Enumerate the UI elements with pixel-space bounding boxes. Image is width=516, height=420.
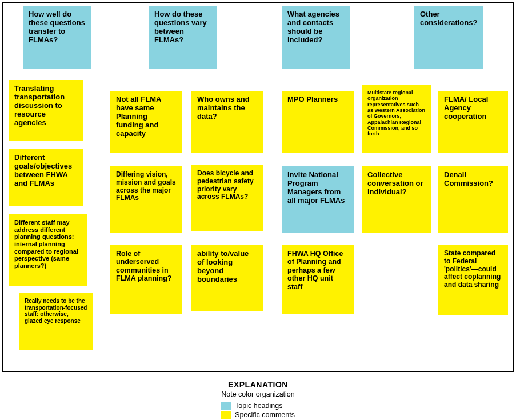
note-text: Other considerations? [420, 10, 477, 27]
comment-note[interactable]: Different goals/objectives between FHWA … [9, 149, 83, 206]
legend-label-topic: Topic headings [235, 402, 282, 410]
legend: EXPLANATION Note color organization Topi… [2, 380, 514, 420]
note-text: Multistate regional organization represe… [367, 90, 426, 137]
note-text: Invite National Program Managers from al… [287, 171, 348, 205]
note-text: What agencies and contacts should be inc… [287, 10, 345, 45]
note-text: How do these questions vary between FLMA… [154, 10, 211, 45]
legend-title: EXPLANATION [2, 380, 514, 389]
note-text: Role of underserved communities in FLMA … [116, 250, 177, 283]
comment-note[interactable]: ability to/value of looking beyond bound… [191, 245, 263, 311]
sticky-board: How well do these questions transfer to … [2, 2, 514, 372]
comment-note[interactable]: Denali Commission? [438, 166, 508, 233]
note-text: Who owns and maintains the data? [197, 95, 258, 121]
note-text: MPO Planners [287, 95, 338, 104]
comment-note[interactable]: Really needs to be the transportation-fo… [19, 293, 93, 350]
note-text: Collective conversation or individual? [367, 171, 426, 197]
comment-note[interactable]: FHWA HQ Office of Planning and perhaps a… [282, 245, 354, 314]
note-text: Not all FLMA have same Planning funding … [116, 95, 177, 138]
note-text: Different staff may address different pl… [14, 219, 82, 269]
swatch-topic [221, 402, 231, 410]
legend-label-comment: Specific comments [235, 411, 295, 419]
note-text: Differing vision, mission and goals acro… [116, 171, 177, 202]
note-text: FLMA/ Local Agency cooperation [444, 95, 502, 121]
comment-note[interactable]: Role of underserved communities in FLMA … [110, 245, 182, 314]
comment-note[interactable]: Not all FLMA have same Planning funding … [110, 91, 182, 153]
note-text: How well do these questions transfer to … [29, 10, 86, 45]
comment-note[interactable]: FLMA/ Local Agency cooperation [438, 91, 508, 153]
comment-note[interactable]: Different staff may address different pl… [9, 214, 87, 286]
legend-items: Topic headings Specific comments [221, 401, 295, 419]
comment-note[interactable]: Does bicycle and pedestrian safety prior… [191, 165, 263, 231]
legend-row-comment: Specific comments [221, 411, 295, 419]
note-text: Translating transportation discussion to… [14, 85, 77, 127]
note-text: FHWA HQ Office of Planning and perhaps a… [287, 250, 348, 291]
swatch-comment [221, 411, 231, 419]
note-text: Does bicycle and pedestrian safety prior… [197, 170, 258, 201]
comment-note[interactable]: Multistate regional organization represe… [362, 85, 431, 153]
topic-note[interactable]: How do these questions vary between FLMA… [149, 6, 217, 69]
topic-note[interactable]: How well do these questions transfer to … [23, 6, 91, 69]
comment-note[interactable]: Collective conversation or individual? [362, 166, 431, 233]
comment-note[interactable]: State compared to Federal 'politics'—cou… [438, 245, 508, 315]
note-text: State compared to Federal 'politics'—cou… [444, 250, 502, 289]
note-text: Denali Commission? [444, 171, 502, 188]
topic-note[interactable]: Other considerations? [414, 6, 483, 69]
note-text: Really needs to be the transportation-fo… [25, 298, 87, 324]
comment-note[interactable]: Who owns and maintains the data? [191, 91, 263, 153]
legend-subtitle: Note color organization [2, 390, 514, 398]
comment-note[interactable]: Differing vision, mission and goals acro… [110, 166, 182, 233]
note-text: ability to/value of looking beyond bound… [197, 250, 258, 284]
legend-row-topic: Topic headings [221, 402, 295, 410]
note-text: Different goals/objectives between FHWA … [14, 154, 77, 188]
topic-note[interactable]: What agencies and contacts should be inc… [282, 6, 350, 69]
comment-note[interactable]: Translating transportation discussion to… [9, 80, 83, 141]
comment-note[interactable]: MPO Planners [282, 91, 354, 153]
topic-note[interactable]: Invite National Program Managers from al… [282, 166, 354, 233]
